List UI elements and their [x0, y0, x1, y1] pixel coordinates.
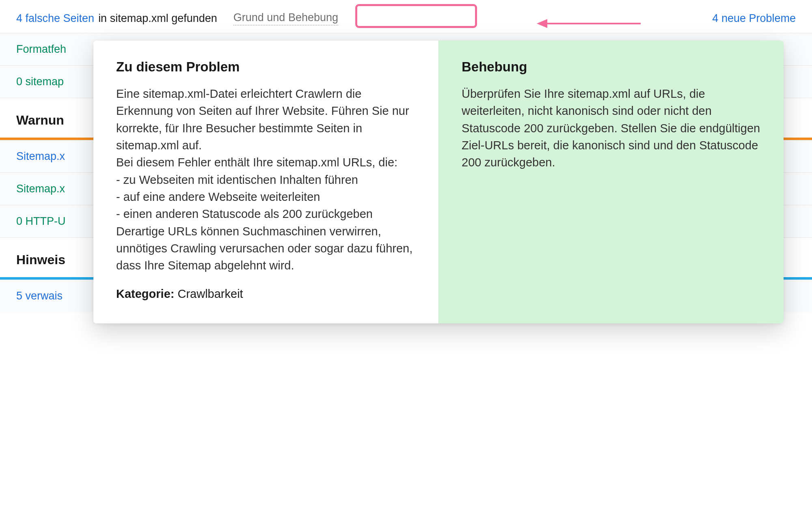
- popover-about-para: Derartige URLs können Suchmaschinen verw…: [116, 223, 416, 274]
- popover-fix-column: Behebung Überprüfen Sie Ihre sitemap.xml…: [438, 41, 784, 323]
- issue-title: 4 falsche Seiten in sitemap.xml gefunden: [16, 12, 217, 25]
- popover-about-bullet: - auf eine andere Webseite weiterleiten: [116, 188, 416, 205]
- popover-about-bullet: - einen anderen Statuscode als 200 zurüc…: [116, 205, 416, 222]
- popover-category-label: Kategorie:: [116, 287, 174, 300]
- why-and-fix-link[interactable]: Grund und Behebung: [233, 11, 338, 26]
- popover-fix-body: Überprüfen Sie Ihre sitemap.xml auf URLs…: [462, 85, 761, 171]
- popover-about-bullet: - zu Webseiten mit identischen Inhalten …: [116, 171, 416, 188]
- popover-about-column: Zu diesem Problem Eine sitemap.xml-Datei…: [93, 41, 438, 323]
- popover-about-para: Eine sitemap.xml-Datei erleichtert Crawl…: [116, 85, 416, 154]
- popover-about-para: Bei diesem Fehler enthält Ihre sitemap.x…: [116, 154, 416, 171]
- popover-category: Kategorie: Crawlbarkeit: [116, 287, 416, 301]
- issue-count-link[interactable]: 4 falsche Seiten: [16, 12, 94, 25]
- popover-category-value: Crawlbarkeit: [174, 287, 243, 300]
- new-issues-link[interactable]: 4 neue Probleme: [712, 12, 796, 25]
- issue-header-row: 4 falsche Seiten in sitemap.xml gefunden…: [0, 0, 812, 33]
- why-and-fix-popover: Zu diesem Problem Eine sitemap.xml-Datei…: [93, 41, 784, 323]
- issue-title-suffix: in sitemap.xml gefunden: [98, 12, 217, 25]
- popover-fix-title: Behebung: [462, 59, 761, 75]
- popover-about-title: Zu diesem Problem: [116, 59, 416, 75]
